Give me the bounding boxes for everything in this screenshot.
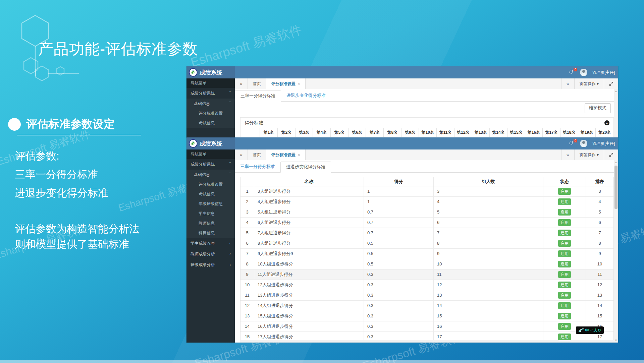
- table-row[interactable]: 7 9人组进退步得分9 0.5 9 启用 9: [240, 249, 613, 259]
- row-group-size: 3: [434, 186, 543, 196]
- sidebar-sub-item[interactable]: 年级班级信息: [186, 199, 235, 209]
- caret-down-icon: ▾: [597, 153, 599, 157]
- tabs-collapse-right-button[interactable]: »: [561, 149, 574, 160]
- sidebar-sub-item[interactable]: 学生信息: [186, 209, 235, 219]
- sidebar-item-score-analysis[interactable]: 成绩分析系统 ˇ: [186, 159, 235, 170]
- rank-column-header: 第18名: [560, 128, 578, 137]
- row-index: 6: [240, 238, 254, 248]
- status-badge: 启用: [558, 271, 571, 278]
- sidebar-item-label: 基础信息: [194, 101, 210, 106]
- sidebar-nav-header: 导航菜单: [186, 149, 235, 159]
- scroll-up-icon[interactable]: ▲: [614, 160, 618, 165]
- bottom-strip: [0, 360, 644, 363]
- table-row[interactable]: 9 11人组进退步得分 0.3 11 启用 11: [240, 269, 613, 280]
- col-header-order: 排序: [586, 177, 613, 186]
- sidebar-item-basic-info[interactable]: 基础信息 ˇ: [186, 99, 235, 109]
- app-brand: 成绩系统: [186, 66, 235, 78]
- table-row[interactable]: 3 5人组进退步得分 0.7 5 启用 5: [240, 207, 613, 218]
- tab-three-rate-one-score[interactable]: 三率一分得分标准: [235, 162, 280, 172]
- row-index: 1: [240, 186, 254, 196]
- rank-column-header: 第13名: [472, 128, 490, 137]
- panel-collapse-icon[interactable]: ▲: [604, 120, 609, 125]
- heading-underline: [17, 135, 141, 135]
- vertical-scrollbar[interactable]: ▲: [614, 89, 618, 137]
- row-group-size: 7: [434, 228, 543, 238]
- status-badge: 启用: [558, 188, 571, 195]
- sidebar-item-student-score-mgmt[interactable]: 学生成绩管理 ‹: [186, 238, 235, 249]
- row-index: 12: [240, 301, 254, 311]
- table-row[interactable]: 4 6人组进退步得分 0.7 6 启用 6: [240, 218, 613, 228]
- avatar[interactable]: [580, 140, 587, 147]
- notifications-button[interactable]: 0: [569, 69, 575, 75]
- sidebar-item-label: 基础信息: [194, 172, 210, 177]
- tab-operations-dropdown[interactable]: 页签操作 ▾: [574, 149, 604, 160]
- app-brand-label: 成绩系统: [200, 140, 222, 147]
- sidebar-sub-item[interactable]: 评分标准设置: [186, 180, 235, 189]
- scroll-up-icon[interactable]: ▲: [614, 89, 618, 94]
- sidebar-item-score-analysis[interactable]: 成绩分析系统 ˇ: [186, 88, 235, 99]
- table-row[interactable]: 12 14人组进退步得分 0.3 14 启用 14: [240, 301, 613, 311]
- description-line: 评估参数为构造智能分析法: [15, 221, 140, 237]
- row-name: 10人组进退步得分: [254, 259, 364, 269]
- table-row[interactable]: 14 16人组进退步得分 0.3 16 启用 16: [240, 321, 613, 332]
- close-icon[interactable]: ×: [298, 81, 300, 86]
- horizontal-scrollbar[interactable]: [240, 340, 614, 343]
- vertical-scrollbar[interactable]: ▲ ▼: [614, 160, 618, 343]
- table-row[interactable]: 13 15人组进退步得分 0.3 15 启用 15: [240, 311, 613, 321]
- tab-three-rate-one-score[interactable]: 三率一分得分标准: [235, 90, 281, 102]
- row-order: 10: [586, 259, 613, 269]
- sidebar-item-teacher-score-analysis[interactable]: 教师成绩分析 ‹: [186, 249, 235, 259]
- page-tab-home[interactable]: 首页: [248, 78, 266, 89]
- fullscreen-button[interactable]: [604, 78, 618, 89]
- row-index: 11: [240, 290, 254, 300]
- tabs-collapse-left-button[interactable]: «: [235, 78, 248, 89]
- row-group-size: 10: [434, 259, 543, 269]
- screenshot-top-app: 成绩系统 0 管理员[主任] 导航菜单 成绩分析系统 ˇ: [186, 66, 618, 137]
- table-row[interactable]: 6 8人组进退步得分 0.5 8 启用 8: [240, 238, 613, 249]
- row-name: 15人组进退步得分: [254, 311, 364, 321]
- table-row[interactable]: 11 13人组进退步得分 0.3 13 启用 13: [240, 290, 613, 301]
- user-menu[interactable]: 管理员[主任]: [592, 141, 615, 146]
- table-row[interactable]: 8 10人组进退步得分 0.5 10 启用 10: [240, 259, 613, 269]
- avatar[interactable]: [580, 69, 587, 76]
- row-group-size: 12: [434, 280, 543, 290]
- close-icon[interactable]: ×: [298, 153, 300, 157]
- page-title: 产品功能-评估标准参数: [38, 39, 198, 59]
- sidebar-sub-item[interactable]: 科目信息: [186, 228, 235, 238]
- sidebar-item-scoring-settings[interactable]: 评分标准设置: [186, 109, 235, 118]
- notifications-button[interactable]: 0: [569, 140, 575, 146]
- rank-header-spacer: [240, 128, 260, 137]
- user-menu[interactable]: 管理员[主任]: [592, 70, 615, 75]
- scroll-down-icon[interactable]: ▼: [614, 338, 618, 343]
- page-tab-active[interactable]: 评分标准设置 ×: [266, 78, 306, 89]
- table-row[interactable]: 10 12人组进退步得分 0.3 12 启用 12: [240, 280, 613, 290]
- table-row[interactable]: 1 3人组进退步得分 1 3 启用 3: [240, 186, 613, 197]
- tabs-collapse-left-button[interactable]: «: [235, 149, 248, 160]
- tab-progress-change[interactable]: 进退步变化得分标准: [280, 162, 331, 173]
- row-order: 3: [586, 186, 613, 196]
- sidebar-item-class-score-analysis[interactable]: 班级成绩分析 ‹: [186, 259, 235, 270]
- tab-progress-change[interactable]: 进退步变化得分标准: [281, 90, 331, 101]
- table-row[interactable]: 5 7人组进退步得分 0.7 7 启用 7: [240, 228, 613, 238]
- row-index: 8: [240, 259, 254, 269]
- sidebar-sub-item[interactable]: 考试信息: [186, 189, 235, 199]
- row-score: 0.3: [364, 280, 434, 290]
- sidebar-item-basic-info[interactable]: 基础信息 ˇ: [186, 170, 235, 180]
- sidebar-sub-item[interactable]: 教师信息: [186, 219, 235, 228]
- tabs-collapse-right-button[interactable]: »: [561, 78, 574, 89]
- chevron-down-icon: ˇ: [229, 99, 231, 109]
- fullscreen-button[interactable]: [604, 149, 618, 160]
- rank-column-header: 第5名: [331, 128, 348, 137]
- scrollbar-thumb[interactable]: [614, 166, 618, 209]
- tab-operations-dropdown[interactable]: 页签操作 ▾: [574, 78, 604, 89]
- page-tab-bar: « 首页 评分标准设置 × » 页签操作 ▾: [235, 78, 618, 90]
- table-row[interactable]: 2 4人组进退步得分 1 4 启用 4: [240, 197, 613, 207]
- chevron-down-icon: ˇ: [229, 88, 231, 99]
- sidebar-item-exam-info[interactable]: 考试信息: [186, 118, 235, 128]
- row-index: 5: [240, 228, 254, 238]
- maintain-mode-button[interactable]: 维护模式: [585, 103, 611, 113]
- page-tab-home[interactable]: 首页: [248, 149, 266, 160]
- sidebar: 导航菜单 成绩分析系统 ˇ 基础信息 ˇ 评分标准设置 考试信息 年级班级信息 …: [186, 149, 235, 343]
- page-tab-active[interactable]: 评分标准设置 ×: [266, 149, 306, 160]
- row-status: 启用: [543, 228, 586, 238]
